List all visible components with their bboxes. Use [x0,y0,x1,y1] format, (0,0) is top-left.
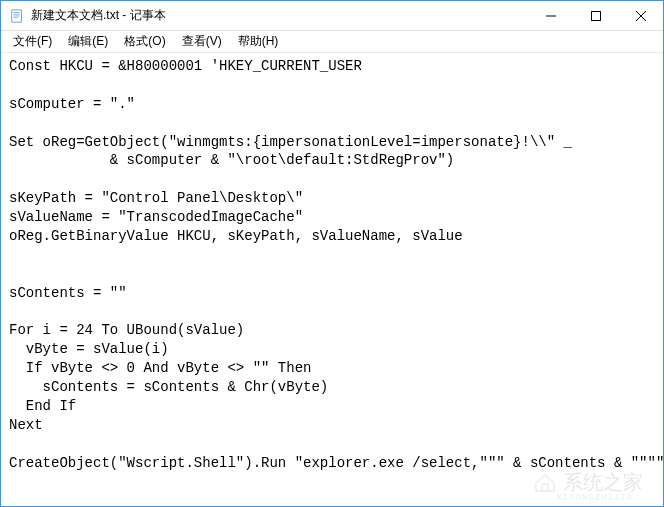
text-area[interactable]: Const HKCU = &H80000001 'HKEY_CURRENT_US… [1,53,663,506]
watermark-sub: XITONGZHIJIA [556,492,633,504]
close-button[interactable] [618,1,663,30]
menu-help[interactable]: 帮助(H) [230,31,287,52]
window-title: 新建文本文档.txt - 记事本 [31,7,528,24]
menubar: 文件(F) 编辑(E) 格式(O) 查看(V) 帮助(H) [1,31,663,53]
minimize-button[interactable] [528,1,573,30]
menu-format[interactable]: 格式(O) [116,31,173,52]
window-controls [528,1,663,30]
titlebar: 新建文本文档.txt - 记事本 [1,1,663,31]
menu-file[interactable]: 文件(F) [5,31,60,52]
menu-view[interactable]: 查看(V) [174,31,230,52]
menu-edit[interactable]: 编辑(E) [60,31,116,52]
document-text: Const HKCU = &H80000001 'HKEY_CURRENT_US… [9,58,663,471]
svg-rect-6 [591,11,600,20]
svg-rect-9 [542,484,548,491]
watermark-text: 系统之家 [563,469,643,496]
notepad-window: 新建文本文档.txt - 记事本 文件(F) 编辑(E) 格式(O) 查看(V)… [0,0,664,507]
notepad-icon [9,8,25,24]
watermark: 系统之家 [533,469,643,496]
maximize-button[interactable] [573,1,618,30]
